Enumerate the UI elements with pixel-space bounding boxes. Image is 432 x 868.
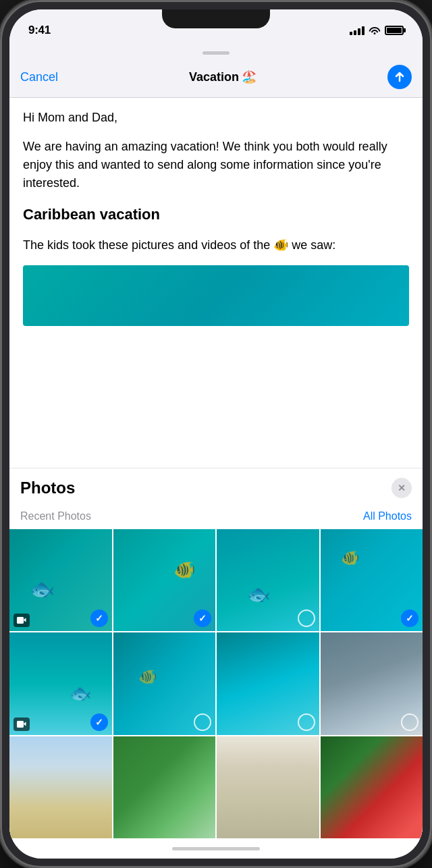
phone-screen: 9:41 bbox=[9, 9, 423, 859]
photos-section-header: Recent Photos All Photos bbox=[9, 508, 423, 529]
battery-icon bbox=[385, 26, 404, 35]
video-badge-5 bbox=[14, 717, 30, 731]
selection-indicator-4: ✓ bbox=[401, 609, 418, 627]
phone-frame: 9:41 bbox=[0, 0, 432, 868]
status-time: 9:41 bbox=[28, 24, 51, 37]
vacation-emoji: 🏖️ bbox=[242, 70, 256, 84]
photo-cell-5[interactable]: 🐟 ✓ bbox=[9, 632, 112, 735]
close-photos-button[interactable]: ✕ bbox=[392, 478, 412, 498]
email-body-para1: We are having an amazing vacation! We th… bbox=[23, 138, 409, 192]
photo-grid: 🐟 ✓ 🐠 ✓ bbox=[9, 529, 423, 839]
status-bar: 9:41 bbox=[9, 9, 423, 43]
selection-indicator-1: ✓ bbox=[90, 609, 108, 627]
email-body-para2: The kids took these pictures and videos … bbox=[23, 236, 409, 254]
status-icons bbox=[350, 25, 404, 36]
notch bbox=[162, 9, 270, 28]
cancel-button[interactable]: Cancel bbox=[20, 70, 58, 84]
compose-title: Vacation 🏖️ bbox=[189, 70, 256, 84]
selection-indicator-2: ✓ bbox=[194, 609, 211, 627]
video-badge bbox=[14, 614, 30, 627]
email-greeting: Hi Mom and Dad, bbox=[23, 109, 409, 127]
photo-cell-6[interactable]: 🐠 bbox=[113, 632, 216, 735]
sheet-handle-area bbox=[9, 43, 423, 62]
send-button[interactable] bbox=[387, 65, 412, 89]
photo-cell-1[interactable]: 🐟 ✓ bbox=[9, 529, 112, 632]
selection-indicator-3 bbox=[298, 609, 315, 627]
photo-cell-8[interactable] bbox=[321, 632, 423, 735]
signal-icon bbox=[350, 26, 364, 35]
recent-photos-label: Recent Photos bbox=[20, 510, 91, 522]
sheet-handle bbox=[202, 51, 230, 55]
photo-cell-4[interactable]: 🐠 ✓ bbox=[321, 529, 423, 632]
photo-cell-3[interactable]: 🐟 bbox=[217, 529, 319, 632]
all-photos-link[interactable]: All Photos bbox=[363, 510, 412, 522]
fish-emoji: 🐠 bbox=[273, 238, 292, 252]
email-heading: Caribbean vacation bbox=[23, 203, 409, 225]
photo-cell-11[interactable] bbox=[217, 736, 319, 839]
photos-panel-title: Photos bbox=[20, 479, 75, 497]
selection-indicator-8 bbox=[401, 713, 418, 731]
selection-indicator-5: ✓ bbox=[90, 713, 108, 731]
inline-image bbox=[23, 265, 409, 326]
photos-panel: Photos ✕ Recent Photos All Photos 🐟 bbox=[9, 468, 423, 839]
photo-cell-12[interactable] bbox=[321, 736, 423, 839]
compose-header: Cancel Vacation 🏖️ bbox=[9, 62, 423, 98]
email-subject: Vacation bbox=[189, 70, 239, 84]
home-bar bbox=[172, 847, 260, 850]
home-indicator bbox=[9, 838, 423, 859]
photo-cell-2[interactable]: 🐠 ✓ bbox=[113, 529, 216, 632]
photos-header: Photos ✕ bbox=[9, 468, 423, 508]
photo-cell-7[interactable] bbox=[217, 632, 319, 735]
email-body[interactable]: Hi Mom and Dad, We are having an amazing… bbox=[9, 98, 423, 468]
photo-cell-9[interactable] bbox=[9, 736, 112, 839]
selection-indicator-6 bbox=[194, 713, 211, 731]
photo-cell-10[interactable] bbox=[113, 736, 216, 839]
selection-indicator-7 bbox=[298, 713, 315, 731]
wifi-icon bbox=[369, 25, 381, 36]
